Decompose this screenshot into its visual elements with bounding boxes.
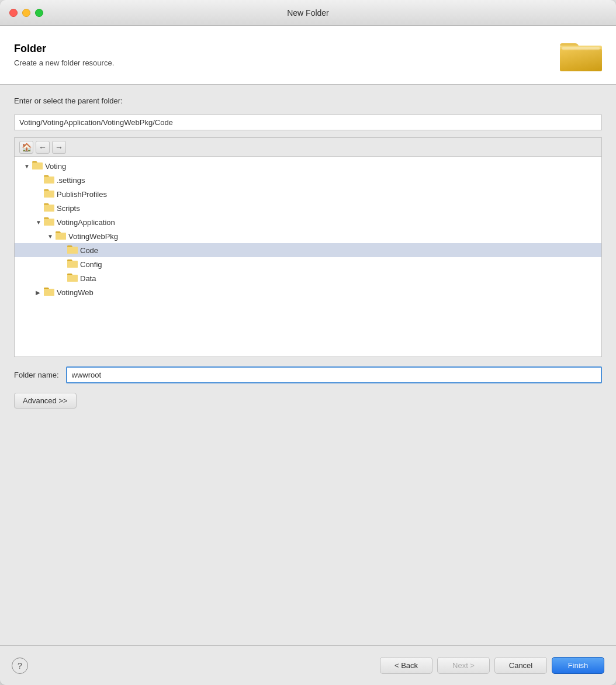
svg-rect-22	[44, 290, 54, 296]
back-button[interactable]: < Back	[380, 657, 432, 674]
tree-item-data[interactable]: Data	[15, 271, 601, 285]
minimize-button[interactable]	[22, 9, 30, 17]
tree-item-settings[interactable]: .settings	[15, 173, 601, 187]
tree-item-code[interactable]: Code	[15, 243, 601, 257]
folder-icon-scripts	[44, 202, 54, 214]
folder-name-label: Folder name:	[14, 371, 59, 379]
tree-arrow-votingwebpkg: ▼	[47, 233, 56, 240]
header-title: Folder	[14, 43, 114, 55]
svg-rect-2	[562, 47, 600, 50]
tree-item-voting[interactable]: ▼ Voting	[15, 159, 601, 173]
svg-rect-1	[560, 49, 602, 71]
tree-label-settings: .settings	[57, 176, 85, 185]
svg-rect-16	[67, 248, 78, 254]
window-title: New Folder	[287, 8, 329, 18]
home-button[interactable]: 🏠	[19, 141, 33, 154]
close-button[interactable]	[9, 9, 18, 17]
tree-item-votingweb[interactable]: ▶ VotingWeb	[15, 285, 601, 299]
tree-item-scripts[interactable]: Scripts	[15, 201, 601, 215]
svg-rect-8	[44, 192, 54, 198]
tree-label-publishprofiles: PublishProfiles	[57, 190, 107, 199]
folder-icon-code	[67, 244, 78, 256]
svg-rect-6	[44, 178, 54, 184]
footer-left: ?	[12, 658, 28, 674]
help-button[interactable]: ?	[12, 658, 28, 674]
tree-item-publishprofiles[interactable]: PublishProfiles	[15, 187, 601, 201]
tree-label-votingwebpkg: VotingWebPkg	[68, 232, 118, 241]
svg-rect-12	[44, 220, 54, 226]
advanced-button[interactable]: Advanced >>	[14, 393, 77, 409]
cancel-button[interactable]: Cancel	[494, 657, 547, 674]
footer-right: < Back Next > Cancel Finish	[380, 657, 604, 674]
back-nav-button[interactable]: ←	[36, 141, 50, 154]
tree-label-config: Config	[80, 260, 102, 269]
next-button[interactable]: Next >	[437, 657, 490, 674]
forward-nav-button[interactable]: →	[52, 141, 66, 154]
tree-label-votingweb: VotingWeb	[57, 288, 94, 297]
tree-arrow-votingweb: ▶	[36, 289, 44, 296]
header-text: Folder Create a new folder resource.	[14, 43, 114, 67]
folder-icon-config	[67, 258, 78, 270]
folder-name-input[interactable]	[66, 366, 602, 383]
folder-icon-settings	[44, 174, 54, 186]
tree-label-scripts: Scripts	[57, 204, 80, 213]
header-subtitle: Create a new folder resource.	[14, 58, 114, 67]
folder-icon-votingwebpkg	[56, 230, 66, 242]
folder-icon-data	[67, 272, 78, 284]
folder-name-row: Folder name:	[14, 366, 602, 383]
traffic-lights	[9, 9, 43, 17]
svg-rect-4	[32, 164, 43, 169]
svg-rect-18	[67, 262, 78, 268]
parent-folder-label: Enter or select the parent folder:	[14, 96, 602, 105]
tree-arrow-votingapplication: ▼	[36, 219, 44, 226]
finish-button[interactable]: Finish	[552, 657, 604, 674]
svg-rect-10	[44, 206, 54, 212]
tree-label-voting: Voting	[45, 162, 66, 171]
folder-icon-large	[560, 37, 602, 72]
tree-label-votingapplication: VotingApplication	[57, 218, 115, 227]
folder-icon-publishprofiles	[44, 188, 54, 200]
tree-item-votingapplication[interactable]: ▼ VotingApplication	[15, 215, 601, 229]
main-content: Enter or select the parent folder: 🏠 ← →…	[0, 85, 616, 645]
tree-label-code: Code	[80, 246, 98, 255]
tree-toolbar: 🏠 ← →	[15, 138, 601, 157]
folder-icon-votingweb	[44, 286, 54, 298]
folder-icon-voting	[32, 160, 43, 172]
tree-item-config[interactable]: Config	[15, 257, 601, 271]
tree-item-votingwebpkg[interactable]: ▼ VotingWebPkg	[15, 229, 601, 243]
advanced-section: Advanced >>	[14, 390, 602, 409]
svg-rect-20	[67, 276, 78, 282]
parent-folder-input[interactable]	[14, 115, 602, 130]
titlebar: New Folder	[0, 0, 616, 26]
tree-label-data: Data	[80, 274, 96, 283]
svg-rect-14	[56, 234, 66, 240]
tree-container: 🏠 ← → ▼ Voting .settings PublishProfiles…	[14, 137, 602, 357]
maximize-button[interactable]	[35, 9, 43, 17]
folder-icon-votingapplication	[44, 216, 54, 228]
tree-arrow-voting: ▼	[24, 163, 32, 169]
header-section: Folder Create a new folder resource.	[0, 26, 616, 85]
footer: ? < Back Next > Cancel Finish	[0, 645, 616, 685]
tree-body[interactable]: ▼ Voting .settings PublishProfiles Scrip…	[15, 157, 601, 357]
